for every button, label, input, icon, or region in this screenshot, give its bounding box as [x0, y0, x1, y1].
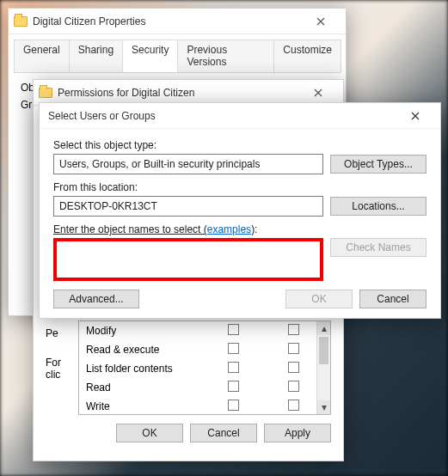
- perm-note-fragment-1: For: [46, 357, 70, 369]
- allow-checkbox[interactable]: [228, 362, 239, 373]
- advanced-button[interactable]: Advanced...: [53, 290, 139, 308]
- permission-row[interactable]: Read & execute: [79, 340, 330, 359]
- properties-tab-strip: General Sharing Security Previous Versio…: [9, 34, 346, 72]
- permission-row[interactable]: Read: [79, 378, 330, 397]
- deny-checkbox[interactable]: [288, 400, 299, 411]
- permission-row[interactable]: Write: [79, 397, 330, 415]
- object-type-field[interactable]: Users, Groups, or Built-in security prin…: [53, 154, 323, 174]
- allow-checkbox[interactable]: [228, 343, 239, 354]
- tab-security[interactable]: Security: [122, 40, 178, 72]
- object-names-input[interactable]: [53, 238, 323, 281]
- permission-row[interactable]: List folder contents: [79, 359, 330, 378]
- close-icon[interactable]: [298, 81, 338, 105]
- deny-checkbox[interactable]: [288, 381, 299, 392]
- permissions-title: Permissions for Digital Citizen: [58, 87, 298, 99]
- select-title: Select Users or Groups: [48, 110, 396, 122]
- scroll-up-button[interactable]: ▴: [317, 321, 330, 335]
- object-type-label: Select this object type:: [53, 139, 427, 151]
- apply-button[interactable]: Apply: [264, 424, 331, 442]
- folder-icon: [14, 16, 28, 27]
- folder-icon: [39, 88, 52, 98]
- select-titlebar[interactable]: Select Users or Groups: [40, 103, 440, 129]
- tab-general[interactable]: General: [14, 40, 70, 72]
- check-names-button[interactable]: Check Names: [330, 238, 427, 257]
- properties-title: Digital Citizen Properties: [33, 15, 301, 27]
- select-users-window: Select Users or Groups Select this objec…: [39, 102, 441, 319]
- close-icon[interactable]: [396, 104, 435, 128]
- location-field[interactable]: DESKTOP-0KR13CT: [53, 196, 323, 217]
- perm-note-fragment-2: clic: [46, 369, 70, 381]
- cancel-button[interactable]: Cancel: [190, 424, 257, 442]
- permission-row[interactable]: Modify: [79, 321, 330, 340]
- ok-button[interactable]: OK: [285, 290, 353, 308]
- allow-checkbox[interactable]: [228, 381, 239, 392]
- permissions-list: Modify Read & execute List folder conten…: [78, 320, 331, 415]
- scroll-down-button[interactable]: ▾: [317, 400, 330, 414]
- deny-checkbox[interactable]: [288, 324, 299, 335]
- properties-titlebar[interactable]: Digital Citizen Properties: [9, 9, 346, 34]
- allow-checkbox[interactable]: [228, 400, 239, 411]
- object-types-button[interactable]: Object Types...: [330, 155, 427, 174]
- tab-previous-versions[interactable]: Previous Versions: [177, 40, 274, 72]
- scroll-thumb[interactable]: [319, 337, 328, 364]
- deny-checkbox[interactable]: [288, 343, 299, 354]
- groups-label-fragment: Gr: [21, 99, 32, 111]
- permissions-button-row: OK Cancel Apply: [34, 415, 343, 451]
- examples-link[interactable]: examples: [207, 223, 251, 235]
- locations-button[interactable]: Locations...: [330, 197, 427, 216]
- location-label: From this location:: [53, 181, 427, 193]
- allow-checkbox[interactable]: [228, 324, 239, 335]
- close-icon[interactable]: [301, 9, 341, 34]
- ok-button[interactable]: OK: [116, 424, 183, 442]
- cancel-button[interactable]: Cancel: [359, 290, 427, 308]
- deny-checkbox[interactable]: [288, 362, 299, 373]
- enter-names-label: Enter the object names to select (exampl…: [53, 223, 427, 235]
- tab-sharing[interactable]: Sharing: [69, 40, 123, 72]
- scrollbar[interactable]: ▴ ▾: [316, 321, 330, 414]
- tab-customize[interactable]: Customize: [273, 40, 341, 72]
- perm-col-label: Pe: [46, 327, 70, 339]
